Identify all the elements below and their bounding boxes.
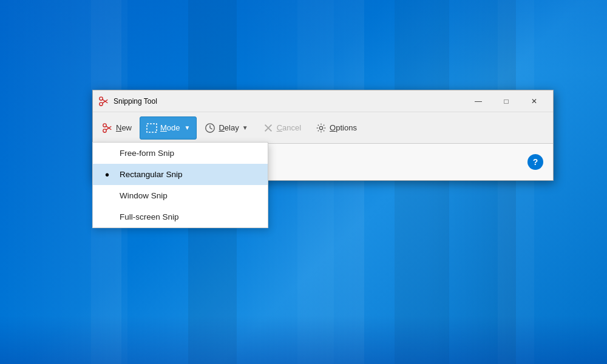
desktop: Snipping Tool — □ ✕ New: [0, 0, 607, 364]
bg-bottom-gradient: [0, 315, 607, 364]
options-label: Options: [330, 123, 357, 132]
mode-dropdown-arrow: ▼: [185, 124, 191, 131]
menu-item-window[interactable]: Window Snip: [93, 185, 268, 206]
fullscreen-label: Full-screen Snip: [120, 212, 179, 221]
window-snip-label: Window Snip: [120, 191, 168, 200]
menu-item-rectangular[interactable]: Rectangular Snip: [93, 164, 268, 185]
mode-dropdown-menu: Free-form Snip Rectangular Snip Window S…: [92, 142, 268, 228]
options-icon: [316, 123, 327, 133]
help-button[interactable]: ?: [527, 154, 543, 170]
delay-icon: [205, 123, 215, 133]
mode-icon: [146, 123, 157, 133]
mode-button[interactable]: Mode ▼: [140, 116, 197, 140]
mode-label: Mode: [160, 123, 180, 132]
close-button[interactable]: ✕: [520, 92, 548, 110]
delay-button[interactable]: Delay ▼: [198, 116, 254, 140]
svg-line-11: [210, 128, 212, 129]
delay-dropdown-arrow: ▼: [242, 124, 248, 131]
svg-point-14: [319, 126, 322, 129]
window-controls: — □ ✕: [464, 92, 548, 110]
delay-label: Delay: [219, 123, 239, 132]
new-button[interactable]: New: [95, 116, 138, 140]
bg-top-gradient: [0, 0, 607, 73]
toolbar: New Mode ▼ Delay ▼: [93, 112, 553, 144]
scissors-icon: [98, 96, 109, 107]
titlebar: Snipping Tool — □ ✕: [93, 90, 553, 112]
app-icon: [98, 95, 110, 107]
new-scissors-icon: [102, 123, 113, 133]
rectangular-label: Rectangular Snip: [120, 170, 183, 179]
maximize-button[interactable]: □: [492, 92, 520, 110]
cancel-button[interactable]: Cancel: [256, 116, 308, 140]
options-button[interactable]: Options: [309, 116, 364, 140]
window-title: Snipping Tool: [114, 97, 464, 106]
svg-rect-8: [147, 124, 157, 132]
minimize-button[interactable]: —: [464, 92, 492, 110]
free-form-label: Free-form Snip: [120, 149, 174, 158]
cancel-icon: [263, 123, 274, 133]
menu-item-fullscreen[interactable]: Full-screen Snip: [93, 206, 268, 228]
new-label: New: [116, 123, 132, 132]
cancel-label: Cancel: [277, 123, 301, 132]
menu-item-free-form[interactable]: Free-form Snip: [93, 143, 268, 164]
